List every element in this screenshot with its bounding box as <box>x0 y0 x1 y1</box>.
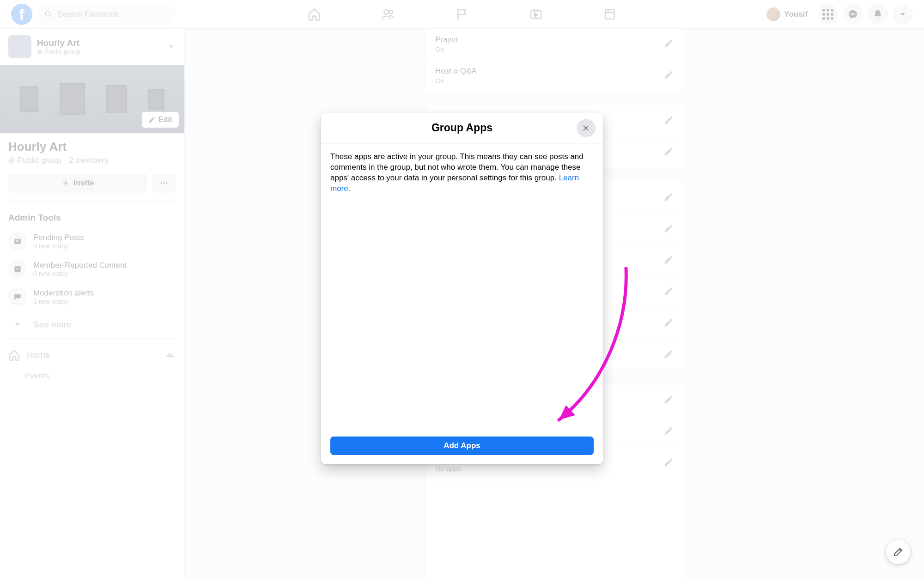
compose-icon <box>893 547 904 558</box>
group-apps-modal: Group Apps These apps are active in your… <box>321 113 603 464</box>
close-icon <box>582 124 590 132</box>
modal-footer: Add Apps <box>321 427 603 464</box>
add-apps-button[interactable]: Add Apps <box>330 437 594 455</box>
modal-body-text: These apps are active in your group. Thi… <box>330 152 584 182</box>
modal-close-button[interactable] <box>577 119 596 137</box>
modal-header: Group Apps <box>321 113 603 143</box>
compose-button[interactable] <box>886 540 910 564</box>
modal-title: Group Apps <box>432 122 492 134</box>
add-apps-label: Add Apps <box>444 441 480 450</box>
modal-body: These apps are active in your group. Thi… <box>321 143 603 427</box>
